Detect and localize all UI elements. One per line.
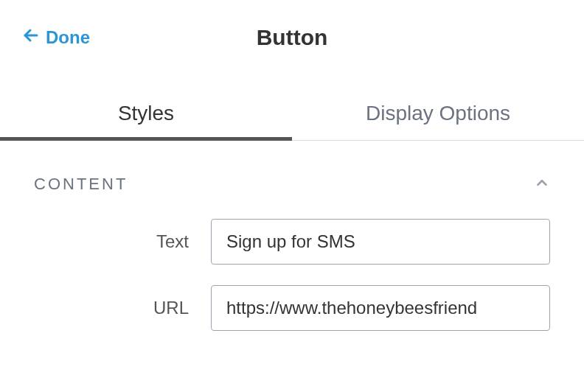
field-row-text: Text bbox=[0, 209, 584, 275]
url-input[interactable] bbox=[211, 285, 550, 331]
editor-header: Done Button bbox=[0, 0, 584, 71]
collapse-toggle[interactable] bbox=[534, 175, 550, 194]
text-field-label: Text bbox=[34, 231, 189, 252]
done-button[interactable]: Done bbox=[22, 27, 90, 49]
done-label: Done bbox=[46, 27, 90, 48]
page-title: Button bbox=[257, 25, 328, 50]
section-title: CONTENT bbox=[34, 175, 128, 194]
tab-bar: Styles Display Options bbox=[0, 88, 584, 141]
chevron-up-icon bbox=[534, 181, 550, 193]
tab-display-options[interactable]: Display Options bbox=[292, 88, 584, 140]
tab-styles[interactable]: Styles bbox=[0, 88, 292, 140]
text-input[interactable] bbox=[211, 219, 550, 265]
back-arrow-icon bbox=[22, 27, 40, 49]
section-header-content: CONTENT bbox=[0, 141, 584, 209]
field-row-url: URL bbox=[0, 275, 584, 341]
url-field-label: URL bbox=[34, 298, 189, 318]
